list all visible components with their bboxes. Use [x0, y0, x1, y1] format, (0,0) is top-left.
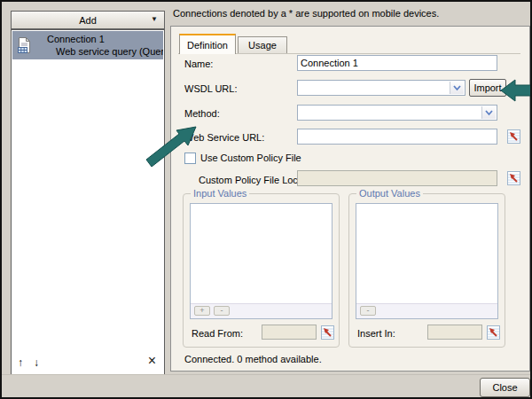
mobile-support-notice: Connections denoted by a * are supported… — [173, 8, 439, 19]
custom-policy-location-input — [297, 170, 497, 186]
definition-panel: Definition Usage Name: WSDL URL: Import … — [170, 26, 530, 372]
tab-usage-label: Usage — [248, 40, 277, 51]
web-service-url-label: Web Service URL: — [184, 132, 264, 143]
close-button[interactable]: Close — [480, 378, 530, 397]
move-up-icon[interactable]: ↑ — [18, 356, 23, 369]
wsdl-url-label: WSDL URL: — [184, 83, 238, 94]
input-values-listbox[interactable]: + - — [190, 203, 332, 319]
use-custom-policy-checkbox[interactable] — [184, 153, 196, 164]
connection-title: Connection 1 — [47, 34, 105, 44]
list-reorder-bar: ↑ ↓ × — [12, 356, 164, 372]
web-service-query-icon — [16, 36, 32, 56]
chevron-down-icon: ▼ — [151, 15, 158, 23]
move-down-icon[interactable]: ↓ — [34, 356, 39, 369]
method-combobox[interactable] — [297, 105, 497, 121]
input-values-toolbar: + - — [191, 303, 332, 318]
remove-input-value-button[interactable]: - — [214, 306, 230, 316]
read-from-input — [262, 325, 317, 340]
add-button-label: Add — [79, 15, 97, 26]
output-values-title: Output Values — [356, 188, 423, 199]
tab-usage[interactable]: Usage — [238, 36, 287, 53]
add-input-value-button[interactable]: + — [194, 306, 210, 316]
delete-connection-icon[interactable]: × — [148, 354, 156, 368]
add-connection-button[interactable]: Add ▼ — [11, 11, 165, 29]
web-service-url-input[interactable] — [297, 129, 497, 145]
insert-in-input — [427, 325, 482, 340]
use-custom-policy-label: Use Custom Policy File — [200, 153, 301, 163]
import-button[interactable]: Import — [469, 79, 506, 97]
bottom-divider — [2, 374, 530, 375]
output-values-listbox[interactable]: - — [356, 203, 498, 319]
wsdl-url-combobox[interactable] — [297, 80, 466, 96]
chevron-down-icon[interactable] — [481, 106, 496, 119]
connection-subtitle: Web service query (Query as a W — [56, 46, 163, 57]
connection-list[interactable]: Connection 1 Web service query (Query as… — [11, 29, 165, 375]
close-button-label: Close — [492, 382, 517, 393]
connections-dialog: Add ▼ Connection 1 Web service query (Qu… — [0, 0, 532, 399]
input-values-group: Input Values + - Read From: — [183, 193, 340, 348]
expression-picker-icon[interactable] — [321, 325, 334, 340]
expression-picker-icon[interactable] — [507, 171, 520, 185]
name-input[interactable] — [297, 55, 497, 71]
output-values-group: Output Values - Insert In: — [348, 193, 505, 348]
expression-picker-icon[interactable] — [507, 129, 520, 144]
method-label: Method: — [184, 108, 220, 119]
read-from-label: Read From: — [192, 328, 243, 339]
tab-definition-label: Definition — [187, 40, 228, 51]
output-values-toolbar: - — [356, 303, 497, 318]
input-values-title: Input Values — [191, 188, 249, 199]
tab-definition[interactable]: Definition — [179, 34, 236, 54]
import-button-label: Import — [473, 82, 501, 93]
expression-picker-icon[interactable] — [487, 325, 500, 340]
list-item-connection-1[interactable]: Connection 1 Web service query (Query as… — [12, 31, 163, 59]
insert-in-label: Insert In: — [357, 328, 395, 339]
chevron-down-icon[interactable] — [450, 82, 464, 94]
connection-status-text: Connected. 0 method available. — [184, 354, 322, 364]
name-label: Name: — [184, 59, 213, 69]
remove-output-value-button[interactable]: - — [360, 306, 376, 316]
